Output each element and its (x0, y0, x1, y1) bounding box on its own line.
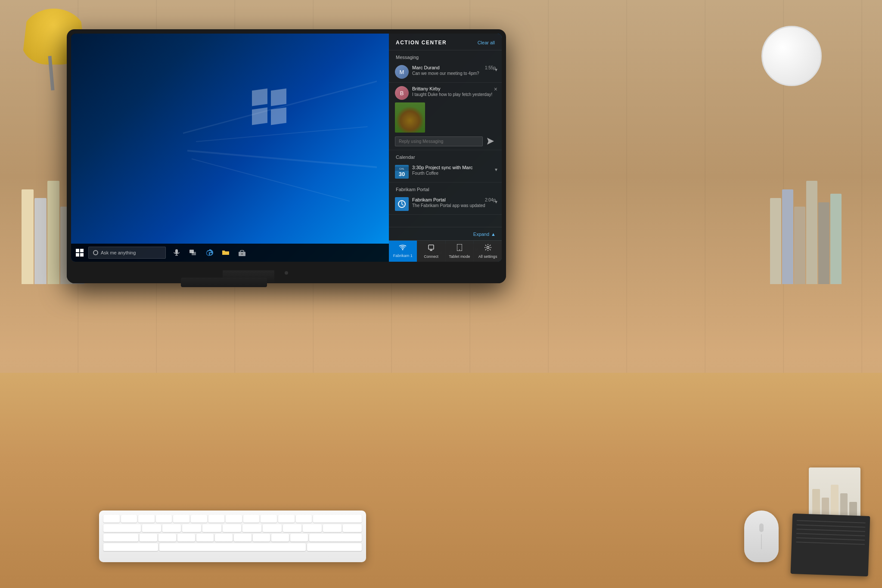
task-view-icon[interactable] (186, 245, 200, 260)
qa-fabrikam-button[interactable]: Fabrikam 1 (389, 241, 417, 262)
fabrikam-notification-content: Fabrikam Portal 2:04p The Fabrikam Porta… (412, 197, 496, 208)
decorative-circle (761, 26, 822, 86)
calendar-icon: CAL 30 (395, 165, 409, 179)
calendar-event-subtitle: Fourth Coffee (412, 171, 496, 176)
qa-settings-label: All settings (478, 254, 497, 259)
action-center-title: ACTION CENTER (396, 40, 447, 46)
marc-message: Can we move our meeting to 4pm? (412, 71, 496, 76)
quick-actions-area: Expand ▲ (389, 227, 502, 262)
search-placeholder: Ask me anything (101, 250, 136, 255)
dog-image (395, 102, 425, 133)
svg-rect-21 (429, 245, 434, 249)
marc-notification: M Marc Durand 1:55p Can we move our meet… (389, 62, 502, 83)
fabrikam-section-label: Fabrikam Portal (389, 183, 502, 194)
fabrikam-notification: Fabrikam Portal 2:04p The Fabrikam Porta… (389, 194, 502, 215)
fabrikam-message: The Fabrikam Portal app was updated (412, 203, 496, 208)
marc-notification-content: Marc Durand 1:55p Can we move our meetin… (412, 65, 496, 76)
search-icon (93, 250, 98, 255)
microphone-icon[interactable] (169, 245, 184, 260)
notepad (791, 514, 870, 576)
windows-logo-icon (76, 249, 84, 257)
svg-rect-6 (241, 253, 243, 255)
store-icon[interactable] (235, 245, 249, 260)
desktop-wallpaper: Ask me anything (71, 34, 502, 262)
reply-area (395, 136, 496, 146)
expand-label: Expand (473, 232, 489, 237)
wallpaper-light-area (75, 46, 377, 236)
calendar-notification: CAL 30 3:30p Project sync with Marc Four… (389, 161, 502, 183)
cortana-search[interactable]: Ask me anything (88, 247, 166, 259)
calendar-notification-content: 3:30p Project sync with Marc Fourth Coff… (412, 165, 496, 176)
reply-input[interactable] (395, 136, 483, 146)
marc-avatar: M (395, 65, 409, 79)
fabrikam-title: Fabrikam Portal 2:04p (412, 197, 496, 202)
qa-connect-button[interactable]: Connect (417, 241, 445, 262)
svg-rect-0 (175, 249, 178, 254)
qa-settings-button[interactable]: All settings (474, 241, 502, 262)
svg-point-25 (459, 250, 460, 251)
expand-chevron-icon: ▲ (491, 232, 496, 237)
expand-button[interactable]: Expand ▲ (473, 232, 496, 237)
svg-marker-18 (487, 138, 494, 145)
quick-actions-grid: Fabrikam 1 Connect (389, 240, 502, 262)
file-explorer-icon[interactable] (218, 245, 233, 260)
qa-fabrikam-label: Fabrikam 1 (393, 254, 413, 258)
books-right (770, 142, 848, 284)
brittany-notification-content: Brittany Kirby I taught Duke how to play… (412, 86, 496, 97)
brittany-sender-name: Brittany Kirby (412, 86, 496, 91)
brittany-notification: B Brittany Kirby I taught Duke how to pl… (389, 83, 502, 150)
qa-tablet-button[interactable]: Tablet mode (446, 241, 474, 262)
calendar-section-label: Calendar (389, 150, 502, 161)
mouse (744, 511, 779, 562)
mouse-scroll-wheel (759, 523, 764, 532)
edge-icon[interactable] (202, 245, 217, 260)
qa-connect-label: Connect (424, 254, 438, 259)
monitor-chin (67, 263, 506, 283)
clear-all-button[interactable]: Clear all (478, 40, 495, 45)
qa-tablet-label: Tablet mode (449, 254, 470, 259)
brittany-avatar: B (395, 86, 409, 100)
taskbar-app-icons (169, 245, 249, 260)
action-center-panel: ACTION CENTER Clear all Messaging M Marc… (389, 34, 502, 262)
settings-icon (484, 244, 491, 253)
monitor-indicator-dot (285, 271, 288, 275)
send-reply-button[interactable] (485, 136, 496, 146)
brittany-notification-close[interactable]: × (494, 86, 497, 92)
expand-row: Expand ▲ (389, 232, 502, 240)
mouse-divider (761, 534, 762, 549)
marc-notification-expand[interactable]: ▾ (495, 67, 497, 73)
monitor-base (181, 278, 267, 287)
start-button[interactable] (71, 244, 88, 262)
monitor-bezel: Ask me anything (71, 34, 502, 262)
calendar-event-title: 3:30p Project sync with Marc (412, 165, 496, 170)
monitor-frame: Ask me anything (67, 29, 506, 283)
svg-rect-4 (192, 252, 196, 255)
svg-point-20 (402, 249, 404, 251)
keyboard (99, 511, 366, 562)
connect-icon (428, 244, 435, 253)
fabrikam-app-icon (395, 197, 409, 211)
fabrikam-notification-expand[interactable]: ▾ (495, 199, 497, 205)
wifi-icon (399, 244, 407, 252)
brittany-notification-expanded (395, 102, 496, 146)
action-center-header: ACTION CENTER Clear all (389, 34, 502, 50)
svg-point-26 (487, 247, 489, 249)
marc-sender-name: Marc Durand 1:55p (412, 65, 496, 70)
calendar-notification-expand[interactable]: ▾ (495, 167, 497, 173)
tablet-icon (457, 244, 462, 253)
messaging-section-label: Messaging (389, 50, 502, 62)
brittany-message: I taught Duke how to play fetch yesterda… (412, 92, 496, 97)
